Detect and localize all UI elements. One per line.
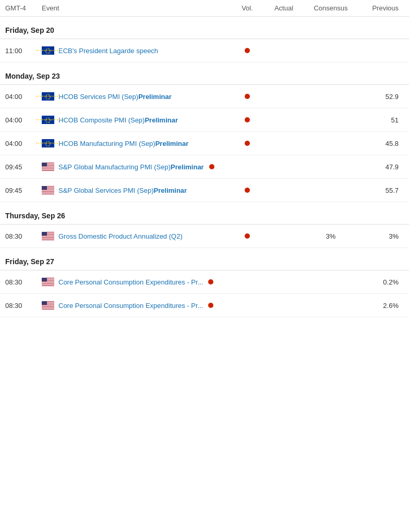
event-name[interactable]: ECB's President Lagarde speech xyxy=(58,47,158,55)
svg-rect-120 xyxy=(42,309,54,310)
svg-rect-87 xyxy=(42,237,54,237)
event-name-bold: Preliminar xyxy=(145,116,178,124)
svg-text:★: ★ xyxy=(45,96,46,98)
svg-text:★: ★ xyxy=(45,49,47,51)
svg-rect-75 xyxy=(42,192,54,192)
event-flag-name-cell: ★★★★★★★★★★★★HCOB Manufacturing PMI (Sep)… xyxy=(42,139,232,147)
eu-flag-icon: ★★★★★★★★★★★★ xyxy=(42,46,54,55)
svg-rect-72 xyxy=(42,190,54,190)
svg-rect-60 xyxy=(42,168,54,168)
event-previous: 45.8 xyxy=(357,140,404,147)
event-name[interactable]: HCOB Manufacturing PMI (Sep)Preliminar xyxy=(58,140,188,147)
svg-rect-105 xyxy=(42,285,54,286)
event-time: 09:45 xyxy=(5,187,42,194)
event-previous: 2.6% xyxy=(357,302,404,310)
svg-rect-115 xyxy=(42,306,54,306)
event-flag-name-cell: ★★★★★★★★★★★★HCOB Composite PMI (Sep)Prel… xyxy=(42,116,232,124)
volatility-dot xyxy=(245,233,250,239)
event-previous: 3% xyxy=(357,232,404,240)
table-row: 09:45S&P Global Manufacturing PMI (Sep)P… xyxy=(0,155,409,179)
svg-rect-118 xyxy=(42,307,54,308)
section-header: Monday, Sep 23 xyxy=(0,63,409,85)
table-row: 11:00★★★★★★★★★★★★ECB's President Lagarde… xyxy=(0,39,409,63)
svg-text:★: ★ xyxy=(46,141,47,143)
volatility-dot xyxy=(208,303,213,308)
us-flag-icon xyxy=(42,278,54,286)
event-name[interactable]: Core Personal Consumption Expenditures -… xyxy=(58,278,203,286)
volatility-dot xyxy=(245,117,250,122)
section-header: Friday, Sep 27 xyxy=(0,248,409,270)
svg-text:★: ★ xyxy=(45,119,46,121)
event-time: 08:30 xyxy=(5,232,42,240)
svg-rect-74 xyxy=(42,191,54,192)
svg-rect-107 xyxy=(42,278,47,281)
eu-flag-icon: ★★★★★★★★★★★★ xyxy=(42,116,54,124)
volatility-dot xyxy=(208,279,213,284)
volatility-dot xyxy=(209,164,214,169)
svg-rect-92 xyxy=(42,240,54,240)
event-flag-name-cell: S&P Global Services PMI (Sep)Preliminar xyxy=(42,186,232,194)
svg-rect-93 xyxy=(42,232,47,236)
us-flag-icon xyxy=(42,186,54,194)
svg-rect-100 xyxy=(42,281,54,282)
event-name-bold: Preliminar xyxy=(171,163,204,171)
svg-rect-101 xyxy=(42,282,54,283)
svg-rect-106 xyxy=(42,286,54,286)
svg-text:★: ★ xyxy=(49,142,51,144)
svg-rect-64 xyxy=(42,170,54,171)
us-flag-icon xyxy=(42,163,54,171)
col-actual: Actual xyxy=(263,4,305,12)
svg-rect-65 xyxy=(42,163,47,166)
col-vol: Vol. xyxy=(232,4,263,12)
eu-flag-icon: ★★★★★★★★★★★★ xyxy=(42,139,54,147)
svg-text:★: ★ xyxy=(46,117,47,119)
svg-rect-117 xyxy=(42,307,54,307)
svg-rect-103 xyxy=(42,283,54,284)
svg-text:★: ★ xyxy=(49,118,51,120)
event-name[interactable]: S&P Global Manufacturing PMI (Sep)Prelim… xyxy=(58,163,204,171)
svg-rect-61 xyxy=(42,168,54,169)
col-consensus: Consensus xyxy=(305,4,357,12)
svg-rect-88 xyxy=(42,237,54,238)
table-row: 08:30Core Personal Consumption Expenditu… xyxy=(0,294,409,317)
event-name[interactable]: HCOB Composite PMI (Sep)Preliminar xyxy=(58,116,178,124)
event-time: 08:30 xyxy=(5,278,42,286)
svg-text:★: ★ xyxy=(49,94,50,96)
svg-rect-91 xyxy=(42,239,54,240)
volatility-dot xyxy=(245,188,250,193)
svg-rect-77 xyxy=(42,193,54,194)
svg-rect-78 xyxy=(42,194,54,194)
svg-rect-59 xyxy=(42,167,54,168)
table-row: 04:00★★★★★★★★★★★★HCOB Manufacturing PMI … xyxy=(0,132,409,155)
event-flag-name-cell: Core Personal Consumption Expenditures -… xyxy=(42,301,232,310)
us-flag-icon xyxy=(42,301,54,310)
table-row: 04:00★★★★★★★★★★★★HCOB Services PMI (Sep)… xyxy=(0,85,409,108)
section-header: Thursday, Sep 26 xyxy=(0,202,409,225)
svg-text:★: ★ xyxy=(45,143,46,145)
table-row: 09:45S&P Global Services PMI (Sep)Prelim… xyxy=(0,179,409,202)
event-name-bold: Preliminar xyxy=(154,187,187,194)
col-timezone: GMT-4 xyxy=(5,4,42,12)
event-name[interactable]: Gross Domestic Product Annualized (Q2) xyxy=(58,232,183,240)
sections-container: Friday, Sep 2011:00★★★★★★★★★★★★ECB's Pre… xyxy=(0,17,409,317)
event-flag-name-cell: ★★★★★★★★★★★★HCOB Services PMI (Sep)Preli… xyxy=(42,92,232,101)
volatility-dot xyxy=(245,48,250,53)
volatility-dot xyxy=(245,141,250,146)
svg-text:★: ★ xyxy=(49,95,51,97)
table-row: 08:30Gross Domestic Product Annualized (… xyxy=(0,225,409,248)
event-vol xyxy=(232,140,263,147)
svg-rect-116 xyxy=(42,306,54,307)
svg-text:★: ★ xyxy=(45,97,47,99)
col-previous: Previous xyxy=(357,4,404,12)
svg-rect-114 xyxy=(42,305,54,305)
svg-rect-76 xyxy=(42,192,54,193)
svg-rect-79 xyxy=(42,186,47,190)
event-previous: 47.9 xyxy=(357,163,404,171)
svg-text:★: ★ xyxy=(46,94,47,96)
svg-text:★: ★ xyxy=(49,117,50,119)
event-name[interactable]: S&P Global Services PMI (Sep)Preliminar xyxy=(58,187,187,194)
event-name[interactable]: HCOB Services PMI (Sep)Preliminar xyxy=(58,93,172,101)
svg-text:★: ★ xyxy=(45,144,47,146)
event-flag-name-cell: Gross Domestic Product Annualized (Q2) xyxy=(42,232,232,240)
event-name[interactable]: Core Personal Consumption Expenditures -… xyxy=(58,302,203,310)
